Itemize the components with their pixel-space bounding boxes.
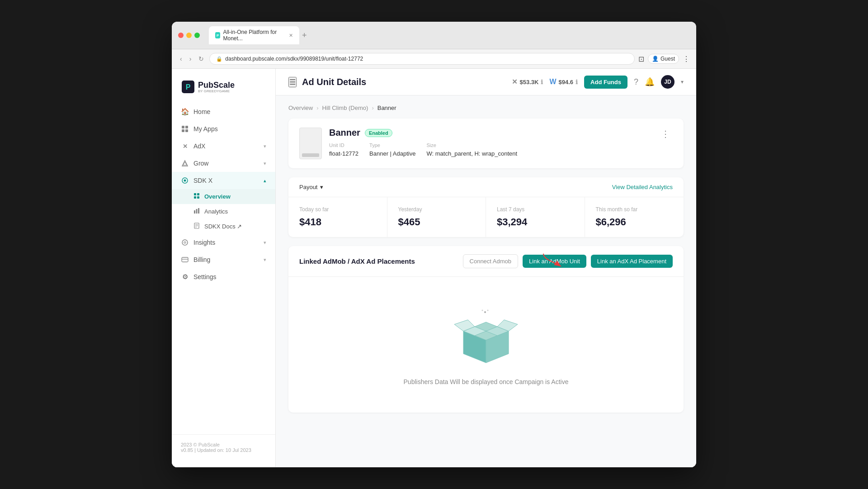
type-value: Banner | Adaptive [369,150,415,157]
balance-w-area: W $94.6 ℹ [549,78,578,86]
svg-rect-15 [196,209,198,214]
add-funds-button[interactable]: Add Funds [584,76,627,89]
sidebar-item-grow[interactable]: Grow ▾ [172,155,275,172]
connect-admob-button[interactable]: Connect Admob [463,254,519,268]
sidebar-item-home[interactable]: 🏠 Home [172,103,275,120]
stat-yesterday-label: Yesterday [398,206,475,213]
tab-close-icon[interactable]: ✕ [289,33,293,38]
svg-rect-14 [194,210,195,214]
forward-button[interactable]: › [188,54,193,63]
minimize-button[interactable] [186,33,192,38]
reload-button[interactable]: ↻ [197,54,206,63]
breadcrumb-app[interactable]: Hill Climb (Demo) [322,104,368,111]
lock-icon: 🔒 [216,56,222,62]
svg-rect-10 [194,193,196,195]
placements-header: Linked AdMob / AdX Ad Placements Connect… [288,246,684,277]
overview-label: Overview [204,193,231,200]
sidebar-toggle-button[interactable]: ⊡ [638,55,644,63]
sdk-x-chevron-icon: ▴ [264,178,266,184]
stat-today: Today so far $418 [288,197,387,237]
sdkx-docs-label: SDKX Docs ↗ [204,223,242,230]
adx-chevron-icon: ▾ [264,143,266,149]
tab-bar: P All-in-One Platform for Monet... ✕ + [209,26,690,44]
settings-label: Settings [193,273,266,280]
new-tab-button[interactable]: + [302,31,307,40]
user-icon: 👤 [652,56,659,62]
placements-header-wrapper: Linked AdMob / AdX Ad Placements Connect… [288,246,684,277]
sidebar-item-analytics[interactable]: Analytics [172,204,275,219]
unit-meta: Unit ID float-12772 Type Banner | Adapti… [329,142,517,157]
size-label: Size [426,142,517,148]
link-adx-button[interactable]: Link an AdX Ad Placement [591,255,673,268]
address-bar[interactable]: 🔒 dashboard.pubscale.com/sdkx/99089819/u… [209,53,635,65]
breadcrumb-overview[interactable]: Overview [288,104,313,111]
stat-today-value: $418 [299,216,376,228]
help-icon[interactable]: ? [634,77,638,87]
sidebar-item-billing[interactable]: Billing ▾ [172,251,275,268]
unit-info: Banner Enabled Unit ID float-12772 [299,128,517,159]
sidebar-nav: 🏠 Home My Apps [172,103,275,434]
close-button[interactable] [178,33,184,38]
breadcrumb-sep-1: › [316,104,318,111]
billing-label: Billing [193,256,259,263]
toolbar-actions: ⊡ 👤 Guest ⋮ [638,54,690,64]
stat-thismonth-label: This month so far [596,206,673,213]
unit-more-options-button[interactable]: ⋮ [658,128,673,140]
sidebar-item-settings[interactable]: ⚙ Settings [172,268,275,285]
tab-title: All-in-One Platform for Monet... [223,29,284,42]
settings-icon: ⚙ [181,273,189,281]
user-pill[interactable]: 👤 Guest [648,54,679,64]
sidebar-footer: 2023 © PubScale v0.85 | Updated on: 10 J… [172,434,275,460]
billing-icon [181,256,189,264]
insights-icon [181,238,189,247]
sidebar-item-sdk-x[interactable]: SDK X ▴ [172,172,275,189]
stat-last7: Last 7 days $3,294 [486,197,585,237]
adx-icon: ✕ [181,142,189,150]
sidebar-item-overview[interactable]: Overview [172,189,275,204]
stats-bar: Payout ▾ View Detailed Analytics Today s… [288,177,684,237]
link-admob-button[interactable]: Link an AdMob Unit [523,255,586,268]
unit-name: Banner [329,128,360,138]
sidebar-toggle-icon[interactable]: ☰ [288,77,297,87]
logo-text: PubScale [198,81,235,90]
balance-w-amount: $94.6 [559,79,574,85]
sidebar-item-insights[interactable]: Insights ▾ [172,234,275,251]
balance-w-info-icon[interactable]: ℹ [576,79,578,85]
svg-point-22 [184,242,186,243]
placements-section: Linked AdMob / AdX Ad Placements Connect… [288,246,684,413]
notifications-icon[interactable]: 🔔 [645,77,655,87]
header-actions: ✕ $53.3K ℹ W $94.6 ℹ Add Funds ? 🔔 JD ▾ [512,75,684,89]
user-menu-chevron-icon[interactable]: ▾ [681,79,684,85]
page-title: Ad Unit Details [302,77,366,87]
empty-box-illustration [450,304,522,367]
insights-label: Insights [193,239,259,246]
sidebar-item-sdkx-docs[interactable]: SDKX Docs ↗ [172,219,275,234]
svg-point-35 [482,310,483,311]
breadcrumb: Overview › Hill Climb (Demo) › Banner [288,104,684,111]
breadcrumb-sep-2: › [372,104,373,111]
analytics-icon [193,208,200,215]
adx-label: AdX [193,142,259,150]
payout-chevron-icon: ▾ [320,184,323,190]
overview-icon [193,193,200,200]
placements-empty: Publishers Data Will be displayed once C… [288,277,684,413]
maximize-button[interactable] [194,33,200,38]
payout-filter[interactable]: Payout ▾ [299,184,323,190]
more-options-button[interactable]: ⋮ [683,55,690,63]
active-tab[interactable]: P All-in-One Platform for Monet... ✕ [209,26,299,44]
user-avatar-button[interactable]: JD [661,75,675,89]
page-title-area: ☰ Ad Unit Details [288,77,366,87]
sidebar-item-adx[interactable]: ✕ AdX ▾ [172,138,275,155]
view-analytics-link[interactable]: View Detailed Analytics [612,184,673,190]
stat-yesterday: Yesterday $465 [387,197,486,237]
analytics-label: Analytics [204,208,228,215]
sidebar-item-my-apps[interactable]: My Apps [172,120,275,138]
stats-header: Payout ▾ View Detailed Analytics [288,177,684,197]
svg-rect-5 [185,129,188,132]
back-button[interactable]: ‹ [178,54,184,63]
balance-x-info-icon[interactable]: ℹ [541,79,543,85]
svg-point-21 [182,240,188,245]
sdk-x-label: SDK X [193,177,259,184]
content-area: Overview › Hill Climb (Demo) › Banner [276,95,696,422]
balance-x-amount: $53.3K [520,79,539,85]
